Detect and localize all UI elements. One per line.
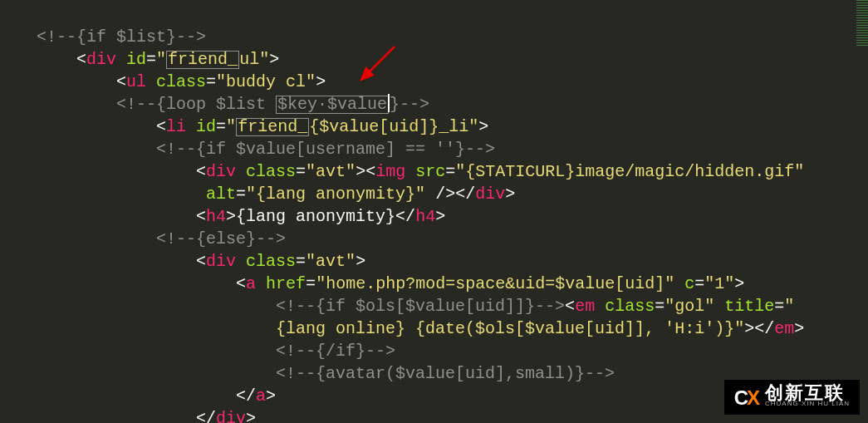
highlight-box-friend-2: friend_ (236, 118, 309, 136)
code-line-9: <!--{else}--> (37, 229, 286, 248)
code-line-14: <!--{/if}--> (37, 342, 395, 361)
code-line-10: <div class="avt"> (37, 252, 365, 271)
minimap[interactable] (856, 0, 868, 46)
code-line-13: {lang online} {date($ols[$value[uid]], '… (37, 319, 804, 338)
highlight-box-keyvalue: $key·$value (276, 96, 389, 114)
brand-logo: CX 创新互联 CHUANG XIN HU LIAN (724, 380, 860, 415)
code-line-17: </div> (37, 409, 256, 423)
code-line-2: <div id="friend_ul"> (37, 50, 279, 69)
code-line-7a: <div class="avt"><img src="{STATICURL}im… (37, 162, 804, 181)
code-line-5: <li id="friend_{$value[uid]}_li"> (37, 117, 488, 136)
code-line-7b: alt="{lang anonymity}" /></div> (37, 184, 515, 204)
highlight-box-friend-1: friend_ (166, 51, 239, 69)
code-line-1: <!--{if $list}--> (37, 27, 206, 47)
code-line-4: <!--{loop $list $key·$value}--> (37, 95, 429, 114)
code-line-11: <a href="home.php?mod=space&uid=$value[u… (37, 274, 744, 293)
code-editor[interactable]: <!--{if $list}--> <div id="friend_ul"> <… (0, 0, 868, 423)
code-line-12: <!--{if $ols[$value[uid]]}--><em class="… (37, 297, 794, 316)
logo-subtext: CHUANG XIN HU LIAN (765, 398, 850, 410)
code-line-6: <!--{if $value[username] == ''}--> (37, 140, 495, 159)
code-line-3: <ul class="buddy cl"> (37, 72, 326, 91)
code-line-16: </a> (37, 386, 276, 406)
logo-mark: CX (734, 386, 758, 410)
code-line-8: <h4>{lang anonymity}</h4> (37, 207, 445, 226)
code-line-15: <!--{avatar($value[uid],small)}--> (37, 364, 615, 383)
